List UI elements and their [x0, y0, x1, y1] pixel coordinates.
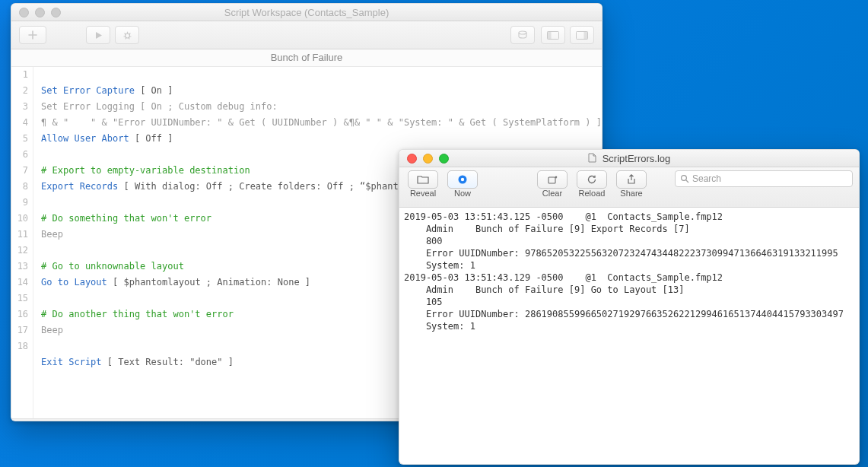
- svg-point-9: [682, 176, 687, 181]
- svg-point-1: [519, 31, 526, 34]
- document-icon: [588, 153, 596, 164]
- window-title: ScriptErrors.log: [399, 153, 859, 164]
- reveal-button[interactable]: Reveal: [405, 170, 440, 198]
- zoom-icon[interactable]: [439, 154, 449, 164]
- new-script-button[interactable]: [19, 26, 46, 44]
- debug-button[interactable]: [115, 26, 139, 44]
- line-number: 2: [11, 83, 28, 99]
- toolbar: [11, 21, 602, 49]
- code-line[interactable]: ¶ & " " & "Error UUIDNumber: " & Get ( U…: [41, 115, 602, 131]
- line-number: 5: [11, 131, 28, 147]
- line-number: 15: [11, 291, 28, 307]
- right-pane-button[interactable]: [570, 26, 594, 44]
- reload-icon: [587, 174, 597, 185]
- console-window: ScriptErrors.log Reveal Now Clear: [399, 149, 860, 465]
- search-input[interactable]: Search: [675, 170, 853, 187]
- svg-rect-3: [548, 31, 552, 39]
- line-number: 16: [11, 307, 28, 322]
- minimize-icon[interactable]: [35, 8, 45, 17]
- line-number: 7: [11, 163, 28, 179]
- share-button[interactable]: Share: [614, 170, 649, 198]
- left-pane-button[interactable]: [541, 26, 565, 44]
- svg-rect-5: [584, 31, 588, 39]
- svg-point-7: [461, 178, 464, 181]
- close-icon[interactable]: [407, 154, 417, 164]
- titlebar: Script Workspace (Contacts_Sample): [11, 4, 602, 21]
- window-title: Script Workspace (Contacts_Sample): [11, 7, 602, 18]
- line-number: 1: [11, 67, 28, 83]
- code-line[interactable]: Set Error Capture [ On ]: [41, 83, 602, 99]
- titlebar: ScriptErrors.log: [399, 150, 859, 167]
- line-number: 12: [11, 243, 28, 259]
- share-icon: [627, 174, 636, 185]
- code-line[interactable]: [41, 67, 602, 83]
- line-number: 6: [11, 147, 28, 163]
- code-line[interactable]: Allow User Abort [ Off ]: [41, 131, 602, 147]
- line-number: 18: [11, 338, 28, 354]
- line-gutter: 123456789101112131415161718: [11, 67, 33, 418]
- folder-icon: [417, 175, 429, 184]
- line-number: 14: [11, 275, 28, 291]
- line-number: 8: [11, 179, 28, 195]
- line-number: 9: [11, 195, 28, 211]
- zoom-icon[interactable]: [51, 8, 61, 17]
- scripts-pane-button[interactable]: [510, 26, 535, 44]
- minimize-icon[interactable]: [423, 154, 433, 164]
- line-number: 13: [11, 259, 28, 275]
- reload-button[interactable]: Reload: [574, 170, 609, 198]
- code-line[interactable]: Set Error Logging [ On ; Custom debug in…: [41, 99, 602, 115]
- log-output[interactable]: 2019-05-03 13:51:43.125 -0500 @1 Contact…: [399, 208, 859, 335]
- clear-button[interactable]: Clear: [535, 170, 570, 198]
- clear-icon: [547, 175, 558, 185]
- line-number: 10: [11, 211, 28, 227]
- line-number: 17: [11, 322, 28, 338]
- console-toolbar: Reveal Now Clear Reload Share: [399, 167, 859, 208]
- line-number: 3: [11, 99, 28, 115]
- line-number: 11: [11, 227, 28, 243]
- search-placeholder: Search: [692, 173, 721, 184]
- script-tab-title[interactable]: Bunch of Failure: [11, 49, 602, 67]
- marker-icon: [457, 174, 468, 185]
- svg-rect-8: [548, 177, 555, 183]
- close-icon[interactable]: [19, 8, 29, 17]
- run-button[interactable]: [86, 26, 110, 44]
- window-title-text: ScriptErrors.log: [603, 153, 671, 164]
- search-icon: [680, 174, 689, 183]
- now-button[interactable]: Now: [445, 170, 480, 198]
- line-number: 4: [11, 115, 28, 131]
